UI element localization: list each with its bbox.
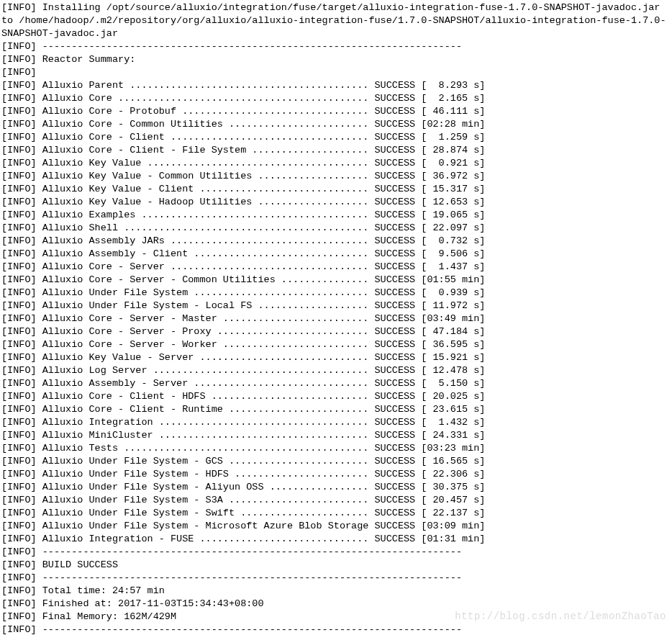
build-log-output: [INFO] Installing /opt/source/alluxio/in…	[0, 0, 672, 635]
